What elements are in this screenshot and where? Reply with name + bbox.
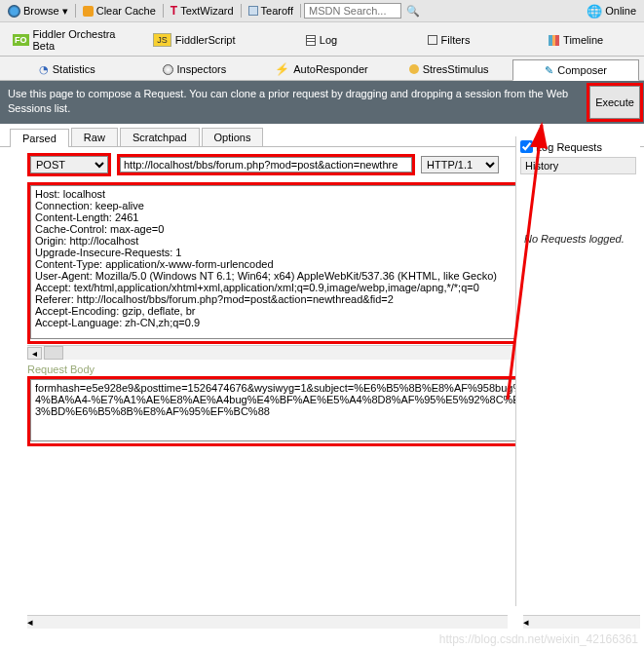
tab-filters[interactable]: Filters — [386, 24, 512, 56]
url-input[interactable] — [120, 157, 412, 172]
subtab-options[interactable]: Options — [202, 128, 264, 146]
textwizard-button[interactable]: TTextWizard — [167, 3, 238, 19]
tearoff-icon — [248, 6, 258, 16]
subtab-raw[interactable]: Raw — [71, 128, 118, 146]
tab-inspectors[interactable]: Inspectors — [132, 58, 258, 80]
tab-autoresponder[interactable]: ⚡AutoResponder — [258, 58, 385, 80]
scroll-left-icon[interactable]: ◂ — [523, 616, 529, 629]
tab-row-2: ◔Statistics Inspectors ⚡AutoResponder St… — [0, 57, 644, 81]
history-bottom-scrollbar[interactable]: ◂ — [523, 615, 640, 629]
tab-fiddlerscript[interactable]: JSFiddlerScript — [132, 24, 258, 56]
request-body-label: Request Body — [27, 363, 557, 375]
autoresponder-icon: ⚡ — [275, 62, 289, 76]
search-go-icon[interactable]: 🔍 — [406, 5, 420, 18]
tab-fiddler-orchestra[interactable]: FOFiddler Orchestra Beta — [4, 24, 131, 56]
tab-stressstimulus[interactable]: StresStimulus — [386, 58, 512, 80]
tearoff-button[interactable]: Tearoff — [245, 4, 297, 18]
annotation-arrow — [498, 117, 566, 411]
filters-icon — [428, 35, 437, 45]
scroll-left-icon[interactable]: ◂ — [27, 616, 33, 629]
timeline-icon — [549, 35, 559, 46]
tab-timeline[interactable]: Timeline — [512, 24, 639, 56]
svg-line-0 — [508, 125, 542, 400]
execute-button[interactable]: Execute — [589, 86, 640, 119]
tab-composer[interactable]: ✎Composer — [512, 59, 639, 81]
clear-cache-button[interactable]: Clear Cache — [79, 4, 160, 18]
textwizard-icon: T — [170, 4, 177, 18]
stats-icon: ◔ — [39, 63, 49, 76]
msdn-search-input[interactable] — [304, 3, 401, 19]
tab-log[interactable]: Log — [258, 24, 385, 56]
composer-icon: ✎ — [545, 64, 553, 77]
online-icon: 🌐 — [587, 4, 602, 19]
diamond-icon — [83, 6, 94, 17]
subtab-parsed[interactable]: Parsed — [10, 129, 69, 147]
stress-icon — [409, 64, 419, 74]
browser-toolbar: Browse▾ Clear Cache TTextWizard Tearoff … — [0, 0, 644, 22]
method-select[interactable]: POST — [30, 156, 108, 173]
subtab-scratchpad[interactable]: Scratchpad — [120, 128, 200, 146]
tab-statistics[interactable]: ◔Statistics — [4, 58, 131, 80]
online-button[interactable]: 🌐Online — [583, 3, 640, 19]
dropdown-arrow-icon: ▾ — [62, 5, 68, 18]
log-icon — [306, 35, 316, 46]
protocol-select[interactable]: HTTP/1.1 — [421, 156, 499, 173]
scroll-left-icon[interactable]: ◂ — [27, 347, 42, 360]
tab-row-1: FOFiddler Orchestra Beta JSFiddlerScript… — [0, 22, 644, 57]
fo-icon: FO — [13, 34, 29, 46]
js-icon: JS — [153, 33, 171, 47]
inspectors-icon — [163, 64, 173, 75]
scroll-thumb[interactable] — [44, 346, 63, 360]
main-bottom-scrollbar[interactable]: ◂ — [27, 615, 508, 629]
browse-button[interactable]: Browse▾ — [4, 4, 72, 19]
ie-icon — [8, 5, 20, 18]
watermark-text: https://blog.csdn.net/weixin_42166361 — [439, 632, 638, 646]
